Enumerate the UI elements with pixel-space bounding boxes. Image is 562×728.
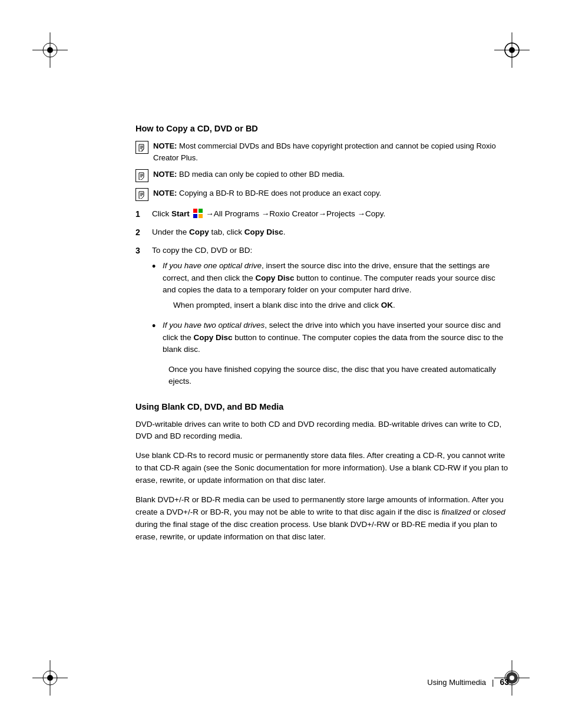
step2-copy-tab: Copy [189,228,209,236]
section2-para2: Use blank CD-Rs to record music or perma… [135,450,509,487]
section1-heading: How to Copy a CD, DVD or BD [135,124,509,133]
step2-copy-disc: Copy Disc [244,228,283,236]
corner-mark-tr [494,32,530,68]
note1-content: Most commercial DVDs and BDs have copyri… [153,141,496,162]
note1-label: NOTE: [153,141,177,150]
step1-content: Click Start →All Programs →Roxio Creator… [152,208,509,220]
step3-content: To copy the CD, DVD or BD: • If you have… [152,245,509,388]
bullet-list: • If you have one optical drive, insert … [152,260,509,355]
closing-para: Once you have finished copying the sourc… [168,364,509,388]
note2-label: NOTE: [153,170,177,179]
bullet2-dot: • [152,321,163,331]
section2-heading: Using Blank CD, DVD, and BD Media [135,402,509,411]
bullet2-copy-disc: Copy Disc [194,333,233,342]
note3-label: NOTE: [153,189,177,197]
bullet1-copy-disc: Copy Disc [256,274,295,282]
svg-point-18 [47,675,53,681]
step3-intro: To copy the CD, DVD or BD: [152,246,252,255]
note1-text: NOTE: Most commercial DVDs and BDs have … [153,140,509,163]
step1-start-label: Start [171,209,190,218]
svg-rect-36 [193,209,197,213]
note2-block: NOTE: BD media can only be copied to oth… [135,169,509,182]
step2: 2 Under the Copy tab, click Copy Disc. [135,226,509,239]
closing-text: Once you have finished copying the sourc… [168,365,496,386]
step1-number: 1 [135,208,152,220]
page: How to Copy a CD, DVD or BD NOTE: Most c… [0,0,562,728]
note2-content: BD media can only be copied to other BD … [179,170,345,179]
svg-rect-39 [199,214,203,218]
section2: Using Blank CD, DVD, and BD Media DVD-wr… [135,402,509,543]
section2-para3: Blank DVD+/-R or BD-R media can be used … [135,494,509,543]
step1: 1 Click Start →All Programs →Roxio Creat… [135,208,509,220]
bullet1-subpara: When prompted, insert a blank disc into … [173,299,509,311]
bullet2-italic: If you have two optical drives [163,321,265,330]
note3-text: NOTE: Copying a BD-R to BD-RE does not p… [153,187,381,199]
svg-rect-37 [199,209,203,213]
footer-page-number: 63 [500,677,509,687]
note3-content: Copying a BD-R to BD-RE does not produce… [179,189,381,197]
svg-point-5 [47,47,53,53]
svg-point-11 [509,47,515,53]
para3-italic2: closed [482,508,505,516]
note2-text: NOTE: BD media can only be copied to oth… [153,169,345,180]
windows-start-icon [193,209,203,218]
para3-italic1: finalized [442,508,471,516]
step2-number: 2 [135,226,152,239]
corner-mark-tl [32,32,68,68]
step2-content: Under the Copy tab, click Copy Disc. [152,226,509,238]
corner-mark-bl [32,660,68,696]
bullet1-ok: OK [381,301,393,309]
note3-icon [135,188,148,201]
step3: 3 To copy the CD, DVD or BD: • If you ha… [135,245,509,388]
note1-block: NOTE: Most commercial DVDs and BDs have … [135,140,509,163]
note3-block: NOTE: Copying a BD-R to BD-RE does not p… [135,187,509,201]
section2-para1: DVD-writable drives can write to both CD… [135,419,509,443]
bullet1: • If you have one optical drive, insert … [152,260,509,311]
note2-icon [135,169,148,182]
bullet2: • If you have two optical drives, select… [152,319,509,355]
bullet1-dot: • [152,261,163,272]
bullet1-text: If you have one optical drive, insert th… [163,260,509,311]
footer: Using Multimedia | 63 [135,677,509,687]
main-content: How to Copy a CD, DVD or BD NOTE: Most c… [135,124,509,651]
steps-list: 1 Click Start →All Programs →Roxio Creat… [135,208,509,388]
bullet1-italic: If you have one optical drive [163,261,262,270]
step3-number: 3 [135,245,152,257]
svg-rect-38 [193,214,197,218]
bullet2-text: If you have two optical drives, select t… [163,319,509,355]
svg-point-26 [510,676,514,680]
footer-label: Using Multimedia [427,678,486,687]
footer-separator: | [492,678,494,687]
note1-icon [135,141,148,154]
